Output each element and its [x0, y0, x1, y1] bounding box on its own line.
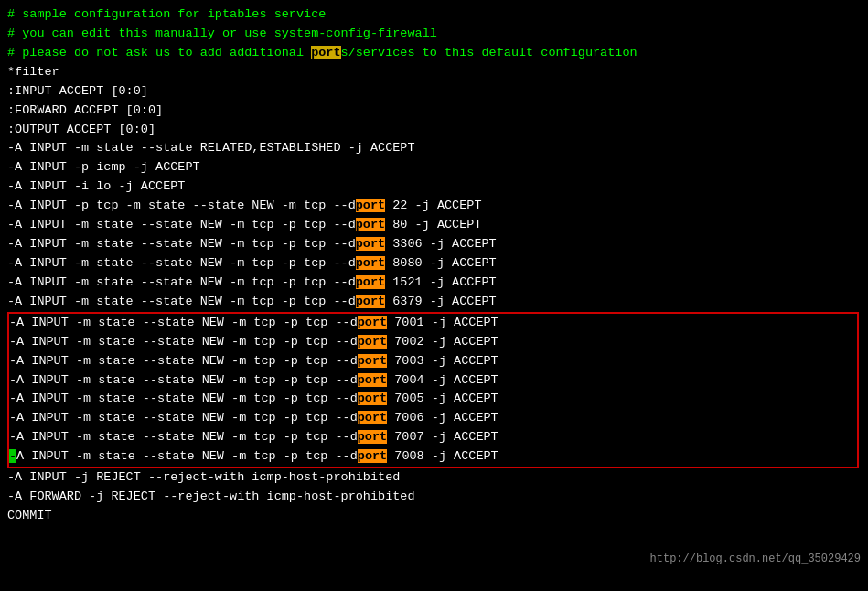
line-related: -A INPUT -m state --state RELATED,ESTABL…: [7, 139, 861, 158]
line-comment-3: # please do not ask us to add additional…: [7, 44, 861, 63]
highlight-port-22: port: [356, 199, 385, 212]
line-port7007: -A INPUT -m state --state NEW -m tcp -p …: [9, 428, 857, 447]
line-port7003: -A INPUT -m state --state NEW -m tcp -p …: [9, 352, 857, 371]
line-port1521: -A INPUT -m state --state NEW -m tcp -p …: [7, 274, 861, 293]
line-port22: -A INPUT -p tcp -m state --state NEW -m …: [7, 197, 861, 216]
line-commit: COMMIT: [7, 507, 861, 526]
highlight-port-1: port: [311, 46, 340, 59]
watermark: http://blog.csdn.net/qq_35029429: [650, 553, 861, 565]
line-port7005: -A INPUT -m state --state NEW -m tcp -p …: [9, 390, 857, 409]
line-port7002: -A INPUT -m state --state NEW -m tcp -p …: [9, 333, 857, 352]
highlight-port-3306: port: [356, 237, 385, 251]
highlight-port-7004: port: [358, 373, 387, 387]
line-comment-1: # sample configuration for iptables serv…: [7, 5, 861, 25]
highlight-green-prefix: -: [9, 449, 16, 463]
line-icmp: -A INPUT -p icmp -j ACCEPT: [7, 158, 861, 177]
highlight-port-7001: port: [358, 316, 387, 329]
highlight-port-7005: port: [358, 392, 387, 405]
line-output: :OUTPUT ACCEPT [0:0]: [7, 121, 861, 140]
highlight-port-80: port: [356, 218, 385, 231]
line-port7008: -A INPUT -m state --state NEW -m tcp -p …: [9, 447, 857, 467]
red-box-section: -A INPUT -m state --state NEW -m tcp -p …: [7, 312, 859, 468]
highlight-port-7008: port: [358, 449, 387, 463]
line-port6379: -A INPUT -m state --state NEW -m tcp -p …: [7, 293, 861, 312]
highlight-port-7002: port: [358, 335, 387, 349]
line-forward: :FORWARD ACCEPT [0:0]: [7, 102, 861, 121]
highlight-port-6379: port: [356, 295, 385, 308]
highlight-port-1521: port: [356, 275, 385, 289]
line-input: :INPUT ACCEPT [0:0]: [7, 82, 861, 102]
line-lo: -A INPUT -i lo -j ACCEPT: [7, 177, 861, 197]
line-port7004: -A INPUT -m state --state NEW -m tcp -p …: [9, 371, 857, 391]
highlight-port-7006: port: [358, 411, 387, 424]
line-port8080: -A INPUT -m state --state NEW -m tcp -p …: [7, 254, 861, 274]
highlight-port-7003: port: [358, 354, 387, 368]
line-port80: -A INPUT -m state --state NEW -m tcp -p …: [7, 216, 861, 235]
line-port7001: -A INPUT -m state --state NEW -m tcp -p …: [9, 314, 857, 333]
line-port7006: -A INPUT -m state --state NEW -m tcp -p …: [9, 409, 857, 428]
highlight-port-8080: port: [356, 256, 385, 270]
line-port3306: -A INPUT -m state --state NEW -m tcp -p …: [7, 235, 861, 254]
line-comment-2: # you can edit this manually or use syst…: [7, 25, 861, 44]
highlight-port-7007: port: [358, 430, 387, 444]
line-filter: *filter: [7, 63, 861, 82]
line-reject-input: -A INPUT -j REJECT --reject-with icmp-ho…: [7, 468, 861, 488]
terminal: # sample configuration for iptables serv…: [0, 0, 868, 591]
line-reject-forward: -A FORWARD -j REJECT --reject-with icmp-…: [7, 488, 861, 507]
